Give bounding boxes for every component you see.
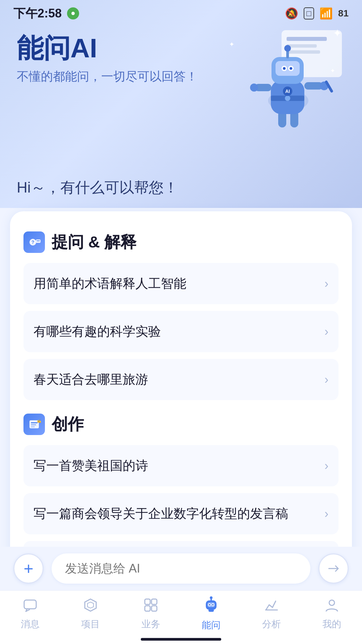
services-icon [143, 597, 159, 615]
question-item-1-text: 用简单的术语解释人工智能 [34, 275, 186, 292]
nav-item-mine[interactable]: 我的 [312, 597, 352, 631]
svg-rect-40 [24, 600, 36, 609]
sparkle-2: ✦ [229, 40, 235, 48]
nav-item-projects[interactable]: 项目 [70, 597, 111, 631]
nav-label-services: 业务 [141, 618, 160, 631]
question-section-title: 提问 & 解释 [52, 231, 136, 253]
record-icon: □ [304, 7, 314, 19]
svg-rect-17 [276, 61, 300, 76]
hero-section: ✦ ✦ ✦ 能问AI 不懂的都能问，一切尽可以回答！ [0, 0, 362, 208]
svg-point-12 [250, 84, 258, 92]
svg-rect-56 [265, 609, 278, 610]
chevron-icon: › [324, 373, 328, 387]
svg-point-21 [290, 67, 292, 70]
svg-rect-45 [145, 606, 150, 611]
nav-item-analysis[interactable]: 分析 [251, 597, 292, 631]
nav-item-messages[interactable]: 消息 [10, 597, 50, 631]
svg-rect-32 [31, 424, 36, 425]
hero-subtitle: 不懂的都能问，一切尽可以回答！ [17, 68, 198, 85]
create-section-icon: ✍ [23, 414, 45, 435]
create-item-1-text: 写一首赞美祖国的诗 [34, 457, 148, 474]
question-item-1[interactable]: 用简单的术语解释人工智能 › [23, 263, 339, 304]
status-bar: 下午2:58 🔕 □ 📶 81 [0, 0, 362, 27]
nav-label-messages: 消息 [21, 618, 40, 631]
create-item-2[interactable]: 写一篇商会领导关于企业数字化转型的发言稿 › [23, 493, 339, 534]
svg-point-50 [209, 604, 210, 605]
svg-point-10 [285, 96, 290, 101]
nav-item-services[interactable]: 业务 [131, 597, 171, 631]
nav-label-projects: 项目 [81, 618, 100, 631]
create-item-1[interactable]: 写一首赞美祖国的诗 › [23, 445, 339, 486]
svg-text:?: ? [32, 239, 35, 245]
home-indicator [141, 638, 221, 641]
add-button[interactable]: + [13, 553, 44, 584]
question-item-2[interactable]: 有哪些有趣的科学实验 › [23, 311, 339, 352]
nav-label-mine: 我的 [322, 618, 341, 631]
input-bar: + [0, 547, 362, 590]
hero-title: 能问AI [17, 34, 198, 63]
svg-rect-44 [152, 599, 157, 604]
projects-icon [83, 597, 98, 615]
svg-rect-43 [145, 599, 150, 604]
green-dot-icon [67, 7, 79, 19]
message-input[interactable] [52, 553, 310, 584]
mute-icon: 🔕 [285, 7, 298, 20]
status-time: 下午2:58 [13, 5, 62, 22]
chevron-icon: › [324, 325, 328, 339]
question-item-3[interactable]: 春天适合去哪里旅游 › [23, 359, 339, 400]
svg-rect-4 [287, 50, 320, 54]
greeting-text: Hi～，有什么可以帮您！ [0, 178, 362, 198]
send-button[interactable] [318, 553, 349, 584]
chevron-icon: › [324, 277, 328, 291]
nav-label-analysis: 分析 [262, 618, 281, 631]
svg-rect-3 [287, 44, 317, 48]
svg-point-52 [212, 604, 214, 605]
nav-label-aineng: 能问 [202, 619, 221, 632]
svg-rect-46 [152, 606, 157, 611]
svg-point-57 [329, 600, 335, 605]
messages-icon [22, 597, 38, 615]
svg-point-19 [283, 67, 286, 70]
svg-text:✍: ✍ [37, 418, 41, 423]
question-item-3-text: 春天适合去哪里旅游 [34, 371, 148, 388]
chevron-icon: › [324, 507, 328, 521]
svg-marker-42 [87, 602, 94, 608]
bottom-nav: 消息 项目 业务 [0, 590, 362, 644]
create-section-title: 创作 [52, 414, 84, 435]
svg-rect-33 [31, 426, 35, 427]
send-icon [326, 561, 341, 576]
aineng-icon [202, 596, 220, 616]
nav-item-aineng[interactable]: 能问 [191, 596, 231, 632]
svg-point-0 [71, 12, 75, 15]
section-question-header: ? 提问 & 解释 [23, 231, 339, 253]
hero-content: 能问AI 不懂的都能问，一切尽可以回答！ [17, 34, 198, 85]
svg-point-54 [210, 596, 213, 599]
mine-icon [324, 597, 340, 615]
chevron-icon: › [324, 459, 328, 473]
question-section-icon: ? [23, 231, 45, 253]
battery-icon: 81 [338, 8, 349, 19]
svg-marker-41 [85, 599, 96, 611]
wifi-icon: 📶 [319, 7, 333, 20]
svg-rect-55 [208, 609, 214, 612]
question-item-2-text: 有哪些有趣的科学实验 [34, 323, 161, 340]
svg-rect-31 [31, 422, 38, 423]
robot-illustration: AI [235, 20, 349, 134]
svg-rect-29 [37, 240, 40, 241]
status-icons: 🔕 □ 📶 81 [285, 7, 349, 20]
main-card: ? 提问 & 解释 用简单的术语解释人工智能 › 有哪些有趣的科学实验 › 春天… [10, 211, 352, 570]
section-create-header: ✍ 创作 [23, 414, 339, 435]
svg-rect-2 [287, 37, 327, 41]
svg-text:AI: AI [285, 89, 290, 94]
svg-point-23 [284, 45, 291, 52]
create-item-2-text: 写一篇商会领导关于企业数字化转型的发言稿 [34, 505, 288, 522]
analysis-icon [264, 597, 279, 615]
